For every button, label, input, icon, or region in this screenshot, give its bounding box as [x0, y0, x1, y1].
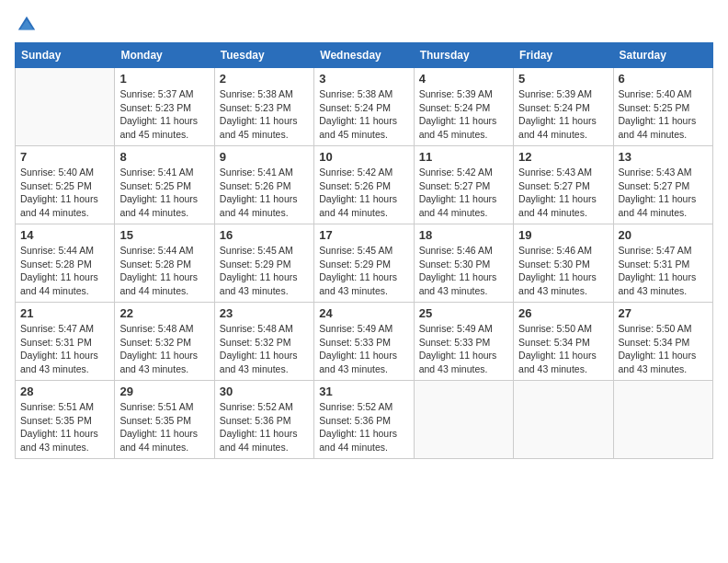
week-row-4: 21Sunrise: 5:47 AM Sunset: 5:31 PM Dayli…: [16, 303, 713, 381]
day-info: Sunrise: 5:38 AM Sunset: 5:23 PM Dayligh…: [220, 87, 309, 142]
day-number: 18: [419, 228, 508, 242]
calendar-cell: 18Sunrise: 5:46 AM Sunset: 5:30 PM Dayli…: [414, 224, 513, 303]
calendar-cell: 1Sunrise: 5:37 AM Sunset: 5:23 PM Daylig…: [115, 68, 214, 146]
day-info: Sunrise: 5:51 AM Sunset: 5:35 PM Dayligh…: [119, 400, 209, 454]
calendar-header-row: SundayMondayTuesdayWednesdayThursdayFrid…: [16, 43, 713, 68]
day-number: 23: [220, 306, 309, 320]
day-info: Sunrise: 5:38 AM Sunset: 5:24 PM Dayligh…: [319, 87, 408, 142]
calendar-header-friday: Friday: [514, 43, 613, 68]
day-info: Sunrise: 5:42 AM Sunset: 5:26 PM Dayligh…: [319, 166, 408, 220]
week-row-5: 28Sunrise: 5:51 AM Sunset: 5:35 PM Dayli…: [16, 381, 713, 459]
day-number: 25: [419, 306, 508, 320]
calendar-table: SundayMondayTuesdayWednesdayThursdayFrid…: [15, 42, 713, 459]
day-number: 30: [220, 385, 309, 398]
calendar-body: 1Sunrise: 5:37 AM Sunset: 5:23 PM Daylig…: [16, 68, 713, 459]
calendar-cell: 8Sunrise: 5:41 AM Sunset: 5:25 PM Daylig…: [115, 146, 214, 224]
calendar-cell: 13Sunrise: 5:43 AM Sunset: 5:27 PM Dayli…: [613, 146, 712, 224]
day-info: Sunrise: 5:45 AM Sunset: 5:29 PM Dayligh…: [220, 244, 309, 298]
logo-icon: [17, 15, 37, 35]
day-number: 17: [319, 228, 408, 242]
calendar-cell: 7Sunrise: 5:40 AM Sunset: 5:25 PM Daylig…: [16, 146, 115, 224]
day-number: 14: [20, 228, 109, 242]
calendar-cell: 20Sunrise: 5:47 AM Sunset: 5:31 PM Dayli…: [613, 224, 712, 303]
calendar-cell: [514, 381, 613, 459]
day-number: 8: [119, 150, 209, 164]
calendar-cell: 22Sunrise: 5:48 AM Sunset: 5:32 PM Dayli…: [115, 303, 214, 381]
day-number: 19: [518, 228, 608, 242]
week-row-3: 14Sunrise: 5:44 AM Sunset: 5:28 PM Dayli…: [16, 224, 713, 303]
calendar-cell: 24Sunrise: 5:49 AM Sunset: 5:33 PM Dayli…: [314, 303, 414, 381]
calendar-cell: 26Sunrise: 5:50 AM Sunset: 5:34 PM Dayli…: [514, 303, 613, 381]
day-info: Sunrise: 5:39 AM Sunset: 5:24 PM Dayligh…: [419, 87, 508, 142]
day-number: 26: [518, 306, 608, 320]
day-number: 13: [619, 150, 708, 164]
calendar-cell: 27Sunrise: 5:50 AM Sunset: 5:34 PM Dayli…: [613, 303, 712, 381]
calendar-cell: 5Sunrise: 5:39 AM Sunset: 5:24 PM Daylig…: [514, 68, 613, 146]
calendar-header-tuesday: Tuesday: [214, 43, 313, 68]
day-info: Sunrise: 5:49 AM Sunset: 5:33 PM Dayligh…: [319, 322, 408, 376]
day-info: Sunrise: 5:51 AM Sunset: 5:35 PM Dayligh…: [20, 400, 109, 454]
day-info: Sunrise: 5:49 AM Sunset: 5:33 PM Dayligh…: [419, 322, 508, 376]
calendar-cell: 30Sunrise: 5:52 AM Sunset: 5:36 PM Dayli…: [214, 381, 313, 459]
day-info: Sunrise: 5:48 AM Sunset: 5:32 PM Dayligh…: [220, 322, 309, 376]
calendar-cell: 2Sunrise: 5:38 AM Sunset: 5:23 PM Daylig…: [214, 68, 313, 146]
calendar-header-sunday: Sunday: [16, 43, 115, 68]
day-number: 29: [119, 385, 209, 398]
day-info: Sunrise: 5:42 AM Sunset: 5:27 PM Dayligh…: [419, 166, 508, 220]
day-number: 6: [619, 72, 708, 86]
calendar-cell: 9Sunrise: 5:41 AM Sunset: 5:26 PM Daylig…: [214, 146, 313, 224]
calendar-header-wednesday: Wednesday: [314, 43, 414, 68]
day-number: 1: [119, 72, 209, 86]
day-info: Sunrise: 5:43 AM Sunset: 5:27 PM Dayligh…: [619, 166, 708, 220]
calendar-cell: 11Sunrise: 5:42 AM Sunset: 5:27 PM Dayli…: [414, 146, 513, 224]
day-number: 31: [319, 385, 408, 398]
calendar-cell: 15Sunrise: 5:44 AM Sunset: 5:28 PM Dayli…: [115, 224, 214, 303]
day-number: 15: [119, 228, 209, 242]
day-number: 22: [119, 306, 209, 320]
day-info: Sunrise: 5:48 AM Sunset: 5:32 PM Dayligh…: [119, 322, 209, 376]
week-row-2: 7Sunrise: 5:40 AM Sunset: 5:25 PM Daylig…: [16, 146, 713, 224]
calendar-cell: 28Sunrise: 5:51 AM Sunset: 5:35 PM Dayli…: [16, 381, 115, 459]
calendar-cell: 6Sunrise: 5:40 AM Sunset: 5:25 PM Daylig…: [613, 68, 712, 146]
calendar-cell: 12Sunrise: 5:43 AM Sunset: 5:27 PM Dayli…: [514, 146, 613, 224]
calendar-cell: 19Sunrise: 5:46 AM Sunset: 5:30 PM Dayli…: [514, 224, 613, 303]
day-number: 28: [20, 385, 109, 398]
day-info: Sunrise: 5:40 AM Sunset: 5:25 PM Dayligh…: [20, 166, 109, 220]
day-number: 16: [220, 228, 309, 242]
day-number: 24: [319, 306, 408, 320]
day-number: 11: [419, 150, 508, 164]
day-number: 10: [319, 150, 408, 164]
calendar-cell: 21Sunrise: 5:47 AM Sunset: 5:31 PM Dayli…: [16, 303, 115, 381]
day-number: 12: [518, 150, 608, 164]
page-header: [15, 15, 713, 35]
day-info: Sunrise: 5:52 AM Sunset: 5:36 PM Dayligh…: [220, 400, 309, 454]
calendar-cell: 31Sunrise: 5:52 AM Sunset: 5:36 PM Dayli…: [314, 381, 414, 459]
calendar-cell: 25Sunrise: 5:49 AM Sunset: 5:33 PM Dayli…: [414, 303, 513, 381]
calendar-cell: [414, 381, 513, 459]
day-info: Sunrise: 5:45 AM Sunset: 5:29 PM Dayligh…: [319, 244, 408, 298]
day-info: Sunrise: 5:41 AM Sunset: 5:25 PM Dayligh…: [119, 166, 209, 220]
day-info: Sunrise: 5:41 AM Sunset: 5:26 PM Dayligh…: [220, 166, 309, 220]
calendar-header-thursday: Thursday: [414, 43, 513, 68]
day-info: Sunrise: 5:50 AM Sunset: 5:34 PM Dayligh…: [619, 322, 708, 376]
calendar-header-monday: Monday: [115, 43, 214, 68]
calendar-cell: 4Sunrise: 5:39 AM Sunset: 5:24 PM Daylig…: [414, 68, 513, 146]
day-info: Sunrise: 5:52 AM Sunset: 5:36 PM Dayligh…: [319, 400, 408, 454]
day-number: 4: [419, 72, 508, 86]
calendar-cell: 23Sunrise: 5:48 AM Sunset: 5:32 PM Dayli…: [214, 303, 313, 381]
day-info: Sunrise: 5:46 AM Sunset: 5:30 PM Dayligh…: [419, 244, 508, 298]
week-row-1: 1Sunrise: 5:37 AM Sunset: 5:23 PM Daylig…: [16, 68, 713, 146]
calendar-cell: [16, 68, 115, 146]
calendar-cell: 29Sunrise: 5:51 AM Sunset: 5:35 PM Dayli…: [115, 381, 214, 459]
day-info: Sunrise: 5:44 AM Sunset: 5:28 PM Dayligh…: [20, 244, 109, 298]
calendar-header-saturday: Saturday: [613, 43, 712, 68]
calendar-cell: 10Sunrise: 5:42 AM Sunset: 5:26 PM Dayli…: [314, 146, 414, 224]
day-number: 2: [220, 72, 309, 86]
calendar-cell: [613, 381, 712, 459]
day-info: Sunrise: 5:44 AM Sunset: 5:28 PM Dayligh…: [119, 244, 209, 298]
day-info: Sunrise: 5:47 AM Sunset: 5:31 PM Dayligh…: [619, 244, 708, 298]
day-number: 21: [20, 306, 109, 320]
day-number: 27: [619, 306, 708, 320]
day-number: 20: [619, 228, 708, 242]
calendar-cell: 16Sunrise: 5:45 AM Sunset: 5:29 PM Dayli…: [214, 224, 313, 303]
